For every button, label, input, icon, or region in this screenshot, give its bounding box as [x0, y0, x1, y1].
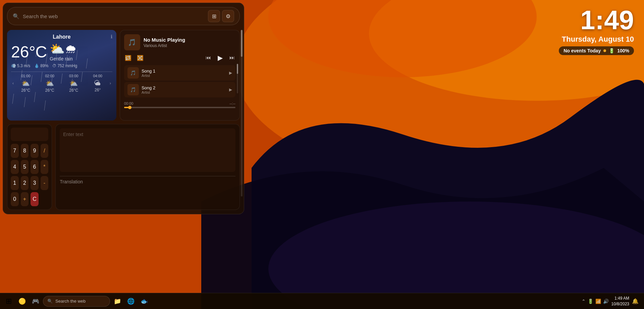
- music-controls: 🔁 🔀 ⏮ ▶ ⏭: [124, 53, 235, 62]
- calc-btn-plus[interactable]: +: [21, 192, 29, 206]
- calc-btn-5[interactable]: 5: [21, 160, 29, 174]
- calc-btn-1[interactable]: 1: [11, 176, 19, 190]
- taskbar-time-display[interactable]: 1:49 AM 10/8/2023: [611, 296, 629, 307]
- search-input[interactable]: [23, 13, 205, 19]
- playlist-info-1: Song 1 Artist: [142, 69, 226, 78]
- music-scrollbar-thumb[interactable]: [237, 64, 238, 74]
- forecast-hour-3: 03:00 ⛅ 26°C: [69, 74, 78, 93]
- next-btn[interactable]: ⏭: [229, 54, 235, 61]
- calc-btn-div[interactable]: /: [41, 144, 49, 158]
- grid-icon-btn[interactable]: ⊞: [208, 10, 220, 22]
- weather-widget: Lahore ℹ 26°C ⛅🌧 Gentle rain 💨 5.3 m/s: [7, 30, 116, 121]
- progress-area: 00:00 --:--: [124, 101, 235, 108]
- taskbar-search-icon: 🔍: [47, 299, 53, 304]
- svg-line-21: [24, 97, 25, 107]
- weather-details: 💨 5.3 m/s 💧 89% ⏱ 752 mmHg: [11, 63, 112, 68]
- prev-btn[interactable]: ⏮: [205, 54, 212, 61]
- search-actions: ⊞ ⚙: [208, 10, 234, 22]
- music-ctrl-center: ⏮ ▶ ⏭: [205, 53, 235, 62]
- clock-time: 1:49: [559, 7, 634, 34]
- weather-main: 26°C ⛅🌧 Gentle rain: [11, 42, 112, 61]
- playlist-title-2: Song 2: [142, 85, 226, 90]
- playlist-artist-1: Artist: [142, 74, 226, 78]
- forecast-hour-1: 01:00 ⛅ 26°C: [21, 74, 31, 93]
- taskbar: ⊞ 🟡 🎮 🔍 Search the web 📁 🌐 🐟 ⌃ 🔋 📶 🔊 1:4…: [0, 293, 644, 309]
- playlist-art-2: 🎵: [127, 84, 139, 95]
- weather-divider: [11, 72, 112, 72]
- playlist-note-icon-2: 🎵: [130, 87, 136, 92]
- translator-widget: Translation: [55, 124, 240, 210]
- play-btn[interactable]: ▶: [217, 53, 223, 62]
- widgets-button[interactable]: 🟡: [16, 295, 28, 307]
- start-button[interactable]: ⊞: [3, 295, 15, 307]
- taskbar-search[interactable]: 🔍 Search the web: [43, 296, 110, 307]
- svg-line-20: [12, 94, 14, 104]
- calc-btn-2[interactable]: 2: [21, 176, 29, 190]
- translator-input[interactable]: [60, 128, 235, 172]
- playlist-art-1: 🎵: [127, 67, 139, 79]
- calc-btn-0[interactable]: 0: [11, 192, 19, 206]
- no-events-text: No events Today: [564, 48, 601, 53]
- pressure-icon: ⏱: [52, 63, 56, 68]
- extra-app-button[interactable]: 🐟: [138, 295, 150, 307]
- weather-forecast: ‹ 01:00 ⛅ 26°C 02:00 ⛅ 26°C: [11, 74, 112, 93]
- clock-status: No events Today 🔋 100%: [559, 46, 634, 55]
- playlist-title-1: Song 1: [142, 69, 226, 74]
- calc-btn-3[interactable]: 3: [31, 176, 39, 190]
- calc-btn-8[interactable]: 8: [21, 144, 29, 158]
- playlist-item-2[interactable]: 🎵 Song 2 Artist ▶: [124, 82, 235, 97]
- battery-sys-icon[interactable]: 🔋: [588, 299, 593, 304]
- battery-icon: 🔋: [609, 48, 614, 53]
- playlist-item-1[interactable]: 🎵 Song 1 Artist ▶: [124, 65, 235, 81]
- music-scrollbar: [237, 64, 238, 93]
- battery-percent: 100%: [617, 48, 629, 53]
- progress-dot: [128, 106, 131, 109]
- calc-btn-9[interactable]: 9: [31, 144, 39, 158]
- widgets-row: Lahore ℹ 26°C ⛅🌧 Gentle rain 💨 5.3 m/s: [7, 30, 240, 121]
- weather-icon: ⛅🌧: [50, 42, 77, 56]
- browser-button[interactable]: 🌐: [125, 295, 137, 307]
- wind-icon: 💨: [11, 63, 16, 68]
- search-bar[interactable]: 🔍 ⊞ ⚙: [7, 7, 240, 25]
- hour-icon-2: ⛅: [45, 79, 54, 87]
- playlist-note-icon-1: 🎵: [130, 70, 136, 76]
- forecast-hours: 01:00 ⛅ 26°C 02:00 ⛅ 26°C 03:00 ⛅ 26: [15, 74, 108, 93]
- forecast-next[interactable]: ›: [108, 80, 112, 86]
- music-title: No Music Playing: [144, 37, 235, 43]
- notification-bell-icon[interactable]: 🔔: [632, 298, 639, 304]
- playlist-play-btn-2[interactable]: ▶: [229, 87, 232, 92]
- calc-btn-7[interactable]: 7: [11, 144, 19, 158]
- calc-btn-minus[interactable]: -: [41, 176, 49, 190]
- humidity-detail: 💧 89%: [34, 63, 48, 68]
- games-button[interactable]: 🎮: [30, 295, 42, 307]
- taskbar-right: ⌃ 🔋 📶 🔊 1:49 AM 10/8/2023 🔔: [582, 296, 641, 307]
- music-artist: Various Artist: [144, 43, 235, 48]
- wifi-icon[interactable]: 📶: [595, 299, 601, 304]
- status-dot: [603, 49, 606, 52]
- taskbar-left: ⊞ 🟡 🎮 🔍 Search the web 📁 🌐 🐟: [3, 295, 582, 307]
- translator-divider: [60, 176, 235, 176]
- search-icon: 🔍: [13, 13, 19, 19]
- progress-bar[interactable]: [124, 107, 235, 108]
- forecast-hour-2: 02:00 ⛅ 26°C: [45, 74, 54, 93]
- forecast-prev[interactable]: ‹: [11, 80, 15, 86]
- volume-icon[interactable]: 🔊: [603, 299, 609, 304]
- panel-scrollbar-thumb[interactable]: [241, 30, 243, 57]
- weather-city: Lahore: [11, 34, 112, 40]
- settings-icon-btn[interactable]: ⚙: [222, 10, 234, 22]
- shuffle-btn[interactable]: 🔀: [136, 54, 144, 62]
- calc-btn-mul[interactable]: *: [41, 160, 49, 174]
- taskbar-date: 10/8/2023: [611, 301, 629, 307]
- calc-btn-4[interactable]: 4: [11, 160, 19, 174]
- music-ctrl-left: 🔁 🔀: [124, 54, 144, 62]
- up-arrow-icon[interactable]: ⌃: [582, 299, 586, 304]
- playlist-play-btn-1[interactable]: ▶: [229, 71, 232, 75]
- hour-temp-3: 26°C: [69, 88, 78, 93]
- files-button[interactable]: 📁: [111, 295, 123, 307]
- calc-btn-clear[interactable]: C: [31, 192, 39, 206]
- repeat-btn[interactable]: 🔁: [124, 54, 132, 62]
- humidity-icon: 💧: [34, 63, 39, 68]
- calc-btn-6[interactable]: 6: [31, 160, 39, 174]
- playlist-info-2: Song 2 Artist: [142, 85, 226, 94]
- calc-display: [11, 128, 48, 141]
